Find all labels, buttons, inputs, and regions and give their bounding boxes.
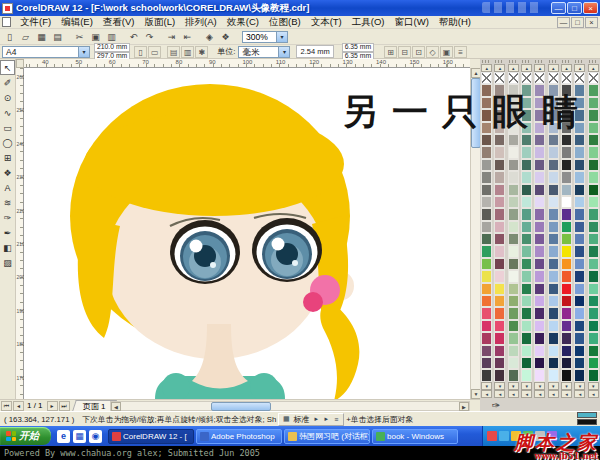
basic-shapes-tool[interactable]: ❖ (0, 165, 15, 180)
menu-item[interactable]: 帮助(H) (434, 16, 476, 29)
menu-item[interactable]: 编辑(E) (56, 16, 98, 29)
color-swatch[interactable] (548, 295, 559, 307)
palette-flyout-icon[interactable]: ◂ (508, 390, 519, 398)
outline-tool[interactable]: ✒ (0, 225, 15, 240)
color-swatch[interactable] (481, 283, 492, 295)
color-swatch[interactable] (588, 221, 599, 233)
color-swatch[interactable] (521, 332, 532, 344)
palette-grip-handle[interactable] (575, 60, 584, 63)
cut-button[interactable]: ✂ (72, 30, 87, 44)
color-swatch[interactable] (548, 320, 559, 332)
palette-flyout-icon[interactable]: ◂ (521, 390, 532, 398)
color-swatch[interactable] (588, 332, 599, 344)
color-swatch[interactable] (561, 184, 572, 196)
color-swatch[interactable] (494, 283, 505, 295)
color-swatch[interactable] (481, 307, 492, 319)
palette-flyout-icon[interactable]: ◂ (548, 390, 559, 398)
color-swatch[interactable] (574, 270, 585, 282)
color-swatch[interactable] (494, 159, 505, 171)
vertical-ruler[interactable]: 260250240230220210200190180170 (16, 68, 24, 399)
palette-scroll-down-icon[interactable]: ▾ (561, 382, 572, 390)
ruler-origin[interactable] (16, 59, 24, 68)
color-swatch[interactable] (481, 196, 492, 208)
color-swatch[interactable] (521, 233, 532, 245)
paste-button[interactable]: ▥ (104, 30, 119, 44)
color-swatch[interactable] (548, 221, 559, 233)
palette-grip-handle[interactable] (535, 60, 544, 63)
color-swatch[interactable] (534, 283, 545, 295)
freehand-tool[interactable]: ∿ (0, 105, 15, 120)
color-swatch[interactable] (508, 320, 519, 332)
chevron-down-icon[interactable]: ▾ (78, 47, 89, 57)
color-swatch[interactable] (481, 258, 492, 270)
color-swatch[interactable] (521, 196, 532, 208)
palette-scroll-up-icon[interactable]: ▴ (548, 64, 559, 72)
snap-to-objects-button[interactable]: ⊡ (412, 46, 425, 58)
title-bar[interactable]: CorelDRAW 12 - [F:\work schoolwork\COREL… (0, 0, 600, 16)
current-page-button[interactable]: ▥ (181, 46, 194, 58)
taskbar-task[interactable]: 韩国网习吧 (对话框) (284, 429, 370, 444)
color-swatch[interactable] (588, 245, 599, 257)
color-swatch[interactable] (548, 233, 559, 245)
app-launcher-button[interactable]: ◈ (202, 30, 217, 44)
palette-scroll-down-icon[interactable]: ▾ (588, 382, 599, 390)
color-swatch[interactable] (521, 295, 532, 307)
color-swatch[interactable] (521, 357, 532, 369)
dynamic-guides-button[interactable]: ◇ (426, 46, 439, 58)
color-swatch[interactable] (588, 320, 599, 332)
color-swatch[interactable] (481, 171, 492, 183)
export-button[interactable]: ⇤ (180, 30, 195, 44)
palette-grip-handle[interactable] (589, 60, 598, 63)
prev-page-button[interactable]: ◂ (13, 401, 24, 411)
color-swatch[interactable] (494, 233, 505, 245)
doc-close-button[interactable]: × (585, 17, 598, 28)
color-swatch[interactable] (588, 258, 599, 270)
menu-item[interactable]: 位图(B) (264, 16, 306, 29)
color-swatch[interactable] (481, 332, 492, 344)
color-swatch[interactable] (548, 245, 559, 257)
color-swatch[interactable] (561, 270, 572, 282)
palette-flyout-icon[interactable]: ◂ (588, 390, 599, 398)
tray-icon[interactable] (499, 431, 509, 441)
portrait-button[interactable]: ▯ (134, 46, 147, 58)
color-swatch[interactable] (588, 307, 599, 319)
color-swatch[interactable] (508, 270, 519, 282)
color-swatch[interactable] (561, 196, 572, 208)
palette-grip-handle[interactable] (509, 60, 518, 63)
color-swatch[interactable] (534, 196, 545, 208)
color-swatch[interactable] (561, 171, 572, 183)
color-swatch[interactable] (521, 221, 532, 233)
color-swatch[interactable] (508, 196, 519, 208)
palette-scroll-down-icon[interactable]: ▾ (521, 382, 532, 390)
print-button[interactable]: ▤ (50, 30, 65, 44)
forward-icon[interactable]: ▸ (321, 415, 331, 423)
color-swatch[interactable] (574, 221, 585, 233)
last-page-button[interactable]: ⏭ (59, 401, 70, 411)
color-swatch[interactable] (508, 258, 519, 270)
color-swatch[interactable] (548, 283, 559, 295)
color-swatch[interactable] (574, 245, 585, 257)
color-swatch[interactable] (588, 283, 599, 295)
color-swatch[interactable] (534, 233, 545, 245)
color-swatch[interactable] (548, 208, 559, 220)
color-swatch[interactable] (548, 171, 559, 183)
landscape-button[interactable]: ▭ (148, 46, 161, 58)
color-swatch[interactable] (481, 159, 492, 171)
palette-grip-handle[interactable] (482, 60, 491, 63)
color-swatch[interactable] (508, 159, 519, 171)
palette-scroll-up-icon[interactable]: ▴ (508, 64, 519, 72)
horizontal-scrollbar[interactable]: ◀ ▶ (110, 401, 470, 411)
color-swatch[interactable] (588, 184, 599, 196)
color-swatch[interactable] (521, 245, 532, 257)
menu-item[interactable]: 工具(O) (347, 16, 390, 29)
color-swatch[interactable] (508, 332, 519, 344)
color-swatch[interactable] (521, 208, 532, 220)
color-swatch[interactable] (481, 369, 492, 381)
color-swatch[interactable] (561, 146, 572, 158)
paper-dimensions[interactable]: 210.0 mm 297.0 mm (94, 43, 130, 60)
color-swatch[interactable] (481, 184, 492, 196)
color-swatch[interactable] (494, 196, 505, 208)
text-tool[interactable]: A (0, 180, 15, 195)
color-swatch[interactable] (494, 345, 505, 357)
copy-button[interactable]: ▣ (88, 30, 103, 44)
